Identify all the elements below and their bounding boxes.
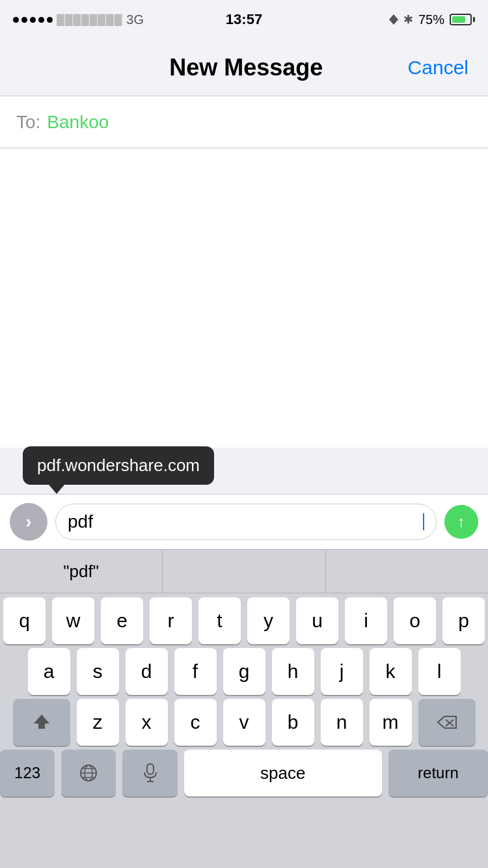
keyboard: q w e r t y u i o p a s d f g h j k l z … <box>0 593 488 868</box>
status-time: 13:57 <box>226 11 262 28</box>
backspace-icon <box>437 715 457 729</box>
keyboard-row-1: q w e r t y u i o p <box>0 593 488 644</box>
key-return[interactable]: return <box>388 750 488 796</box>
autocomplete-bar: "pdf" <box>0 549 488 593</box>
input-row: › pdf ↑ <box>0 494 488 549</box>
battery-tip <box>473 17 475 22</box>
signal-dot <box>47 17 53 23</box>
message-area[interactable] <box>0 148 488 448</box>
key-b[interactable]: b <box>272 699 314 746</box>
autocomplete-item-1[interactable] <box>163 550 325 593</box>
battery-body <box>450 14 472 25</box>
key-z[interactable]: z <box>77 699 119 746</box>
nav-bar: New Message Cancel <box>0 39 488 96</box>
key-o[interactable]: o <box>394 597 436 644</box>
message-input-wrap[interactable]: pdf <box>55 504 437 540</box>
key-w[interactable]: w <box>52 597 94 644</box>
message-input-text[interactable]: pdf <box>68 511 422 532</box>
key-l[interactable]: l <box>418 648 461 695</box>
carrier-text: ▓▓▓▓▓▓▓▓ <box>57 14 122 25</box>
keyboard-row-4: 123 space return <box>0 746 488 796</box>
send-button[interactable]: ↑ <box>444 505 478 539</box>
key-h[interactable]: h <box>272 648 314 695</box>
key-d[interactable]: d <box>126 648 168 695</box>
key-globe[interactable] <box>61 750 116 796</box>
key-shift[interactable] <box>13 699 70 746</box>
svg-marker-0 <box>389 14 398 25</box>
signal-dot <box>38 17 44 23</box>
status-left: ▓▓▓▓▓▓▓▓ 3G <box>13 12 144 27</box>
keyboard-row-3: z x c v b n m <box>0 695 488 746</box>
autocomplete-item-0[interactable]: "pdf" <box>0 550 163 593</box>
battery-percent: 75% <box>418 12 444 27</box>
keyboard-row-2: a s d f g h j k l <box>0 644 488 695</box>
location-icon <box>389 14 398 25</box>
tooltip-bubble: pdf.wondershare.com <box>23 446 214 485</box>
battery-fill <box>452 16 465 23</box>
key-numbers[interactable]: 123 <box>0 750 55 796</box>
signal-dots <box>13 17 53 23</box>
nav-title: New Message <box>85 54 408 81</box>
battery-container <box>450 14 475 25</box>
status-bar: ▓▓▓▓▓▓▓▓ 3G 13:57 ✱ 75% <box>0 0 488 39</box>
key-g[interactable]: g <box>223 648 265 695</box>
key-t[interactable]: t <box>198 597 241 644</box>
status-right: ✱ 75% <box>389 12 475 27</box>
svg-marker-1 <box>34 714 49 729</box>
key-x[interactable]: x <box>126 699 168 746</box>
key-m[interactable]: m <box>370 699 412 746</box>
signal-dot <box>30 17 36 23</box>
key-k[interactable]: k <box>370 648 412 695</box>
network-type: 3G <box>126 12 144 27</box>
shift-icon <box>33 713 51 731</box>
cancel-button[interactable]: Cancel <box>408 57 468 79</box>
key-a[interactable]: a <box>28 648 70 695</box>
bluetooth-icon: ✱ <box>403 12 413 27</box>
key-j[interactable]: j <box>321 648 363 695</box>
to-recipient: Bankoo <box>47 112 109 133</box>
expand-icon: › <box>25 511 31 532</box>
send-icon: ↑ <box>457 513 465 531</box>
svg-rect-9 <box>147 764 154 774</box>
key-u[interactable]: u <box>296 597 338 644</box>
key-e[interactable]: e <box>101 597 143 644</box>
key-n[interactable]: n <box>321 699 363 746</box>
key-s[interactable]: s <box>77 648 119 695</box>
key-q[interactable]: q <box>3 597 46 644</box>
tooltip-arrow <box>49 485 64 494</box>
key-v[interactable]: v <box>223 699 265 746</box>
key-r[interactable]: r <box>150 597 192 644</box>
signal-dot <box>13 17 19 23</box>
to-field[interactable]: To: Bankoo <box>0 96 488 148</box>
key-c[interactable]: c <box>174 699 217 746</box>
globe-icon <box>79 763 98 783</box>
tooltip-container: pdf.wondershare.com <box>23 446 214 494</box>
expand-button[interactable]: › <box>10 503 47 541</box>
microphone-icon <box>143 763 157 783</box>
key-space[interactable]: space <box>184 750 382 796</box>
key-microphone[interactable] <box>122 750 177 796</box>
autocomplete-item-2[interactable] <box>326 550 488 593</box>
to-label: To: <box>16 112 40 133</box>
key-p[interactable]: p <box>442 597 485 644</box>
key-backspace[interactable] <box>418 699 476 746</box>
signal-dot <box>21 17 27 23</box>
text-cursor <box>423 513 424 530</box>
key-f[interactable]: f <box>174 648 217 695</box>
key-i[interactable]: i <box>345 597 387 644</box>
key-y[interactable]: y <box>247 597 290 644</box>
